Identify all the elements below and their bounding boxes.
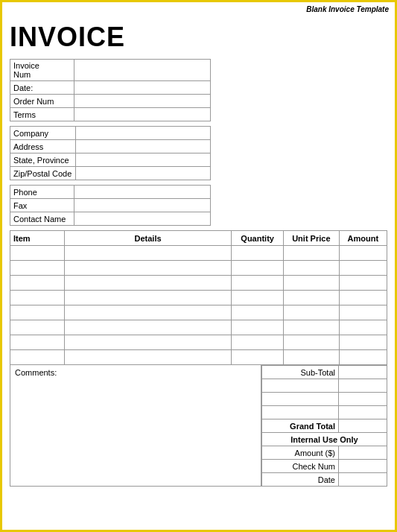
table-row (10, 246, 387, 261)
qty-cell[interactable] (232, 335, 284, 350)
details-cell[interactable] (64, 276, 232, 291)
state-province-field[interactable] (75, 153, 210, 167)
items-section: Item Details Quantity Unit Price Amount (10, 230, 387, 365)
amount-cell[interactable] (339, 261, 387, 276)
company-field[interactable] (75, 127, 210, 140)
amount-cell[interactable] (339, 276, 387, 291)
invoice-title: INVOICE (10, 22, 387, 53)
invoice-num-field[interactable] (74, 60, 211, 81)
details-cell[interactable] (64, 246, 232, 261)
table-row: InvoiceNum (10, 60, 211, 81)
items-table: Item Details Quantity Unit Price Amount (10, 230, 387, 365)
field-label: State, Province (10, 153, 76, 167)
col-quantity: Quantity (232, 231, 284, 246)
amount-cell[interactable] (339, 350, 387, 365)
date-field-total[interactable] (339, 473, 387, 487)
table-row (10, 350, 387, 365)
price-cell[interactable] (283, 291, 339, 305)
info-table-2: Company Address State, Province Zip/Post… (10, 126, 211, 180)
table-row: Order Num (10, 95, 211, 108)
phone-field[interactable] (74, 186, 211, 199)
amount-cell[interactable] (339, 305, 387, 320)
amount-label: Amount ($) (262, 446, 339, 460)
amount-field[interactable] (339, 446, 387, 460)
qty-cell[interactable] (232, 320, 284, 335)
price-cell[interactable] (283, 335, 339, 350)
field-label: Contact Name (10, 212, 74, 226)
table-row: Address (10, 140, 211, 153)
item-cell[interactable] (10, 246, 65, 261)
info-section-1: InvoiceNum Date: Order Num Terms (10, 59, 387, 121)
blank-field[interactable] (339, 393, 387, 406)
grand-total-row: Grand Total (262, 419, 387, 433)
table-row: Company (10, 127, 211, 140)
item-cell[interactable] (10, 350, 65, 365)
amount-cell[interactable] (339, 335, 387, 350)
address-field[interactable] (75, 140, 210, 153)
grand-total-field[interactable] (339, 419, 387, 433)
field-label: Terms (10, 108, 74, 121)
blank-row-2 (262, 393, 387, 406)
field-label: Date: (10, 81, 74, 95)
price-cell[interactable] (283, 276, 339, 291)
table-row: State, Province (10, 153, 211, 167)
price-cell[interactable] (283, 350, 339, 365)
item-cell[interactable] (10, 320, 65, 335)
bottom-section: Comments: Sub-Total (10, 365, 387, 487)
details-cell[interactable] (64, 261, 232, 276)
comments-area: Comments: (10, 365, 261, 487)
col-details: Details (64, 231, 232, 246)
blank-label (262, 406, 339, 419)
table-row: Zip/Postal Code (10, 167, 211, 180)
qty-cell[interactable] (232, 291, 284, 305)
qty-cell[interactable] (232, 276, 284, 291)
blank-row-1 (262, 379, 387, 393)
date-field[interactable] (74, 81, 211, 95)
table-row: Terms (10, 108, 211, 121)
totals-table: Sub-Total Grand Total (261, 365, 387, 487)
item-cell[interactable] (10, 261, 65, 276)
grand-total-label: Grand Total (262, 419, 339, 433)
qty-cell[interactable] (232, 305, 284, 320)
qty-cell[interactable] (232, 246, 284, 261)
qty-cell[interactable] (232, 350, 284, 365)
blank-label (262, 393, 339, 406)
table-row (10, 320, 387, 335)
details-cell[interactable] (64, 305, 232, 320)
blank-field[interactable] (339, 406, 387, 419)
order-num-field[interactable] (74, 95, 211, 108)
amount-row: Amount ($) (262, 446, 387, 460)
item-cell[interactable] (10, 291, 65, 305)
contact-name-field[interactable] (74, 212, 211, 226)
subtotal-label: Sub-Total (262, 366, 339, 379)
price-cell[interactable] (283, 261, 339, 276)
subtotal-field[interactable] (339, 366, 387, 379)
zip-postal-field[interactable] (75, 167, 210, 180)
amount-cell[interactable] (339, 246, 387, 261)
details-cell[interactable] (64, 350, 232, 365)
blank-field[interactable] (339, 379, 387, 393)
comments-label: Comments: (15, 368, 57, 377)
amount-cell[interactable] (339, 291, 387, 305)
info-section-2: Company Address State, Province Zip/Post… (10, 126, 387, 180)
item-cell[interactable] (10, 335, 65, 350)
price-cell[interactable] (283, 320, 339, 335)
field-label: Zip/Postal Code (10, 167, 76, 180)
table-header-row: Item Details Quantity Unit Price Amount (10, 231, 387, 246)
item-cell[interactable] (10, 276, 65, 291)
details-cell[interactable] (64, 291, 232, 305)
field-label: Fax (10, 199, 74, 212)
details-cell[interactable] (64, 320, 232, 335)
check-num-field[interactable] (339, 460, 387, 473)
amount-cell[interactable] (339, 320, 387, 335)
terms-field[interactable] (74, 108, 211, 121)
price-cell[interactable] (283, 305, 339, 320)
check-num-row: Check Num (262, 460, 387, 473)
item-cell[interactable] (10, 305, 65, 320)
fax-field[interactable] (74, 199, 211, 212)
table-row: Contact Name (10, 212, 211, 226)
price-cell[interactable] (283, 246, 339, 261)
qty-cell[interactable] (232, 261, 284, 276)
col-item: Item (10, 231, 65, 246)
details-cell[interactable] (64, 335, 232, 350)
